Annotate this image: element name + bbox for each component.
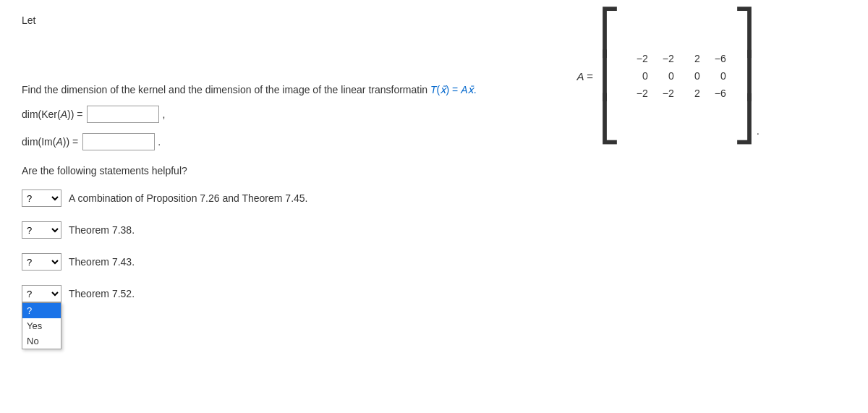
dropdown-option-no[interactable]: No <box>22 333 61 349</box>
matrix-a-label: A = <box>576 70 592 82</box>
matrix-bracket-right: ⎤⎥⎦ <box>733 11 755 141</box>
problem-text-prefix: Find the dimension of the kernel and the… <box>22 84 430 95</box>
statement-select-1[interactable]: ? Yes No <box>22 190 61 207</box>
matrix-cell: −2 <box>625 51 651 67</box>
matrix-cell: 2 <box>677 51 703 67</box>
statement-text-1: A combination of Proposition 7.26 and Th… <box>69 192 308 204</box>
dim-ker-comma: , <box>162 108 165 120</box>
statements-label: Are the following statements helpful? <box>22 165 846 176</box>
statements-section: Are the following statements helpful? ? … <box>22 165 846 302</box>
matrix-wrapper: ⎡⎢⎣ −2 −2 2 −6 0 0 0 0 −2 −2 2 −6 ⎤⎥⎦ <box>599 11 755 141</box>
dropdown-open-container: ? Yes No ? Yes No <box>22 285 69 302</box>
matrix-cell: 0 <box>651 68 677 84</box>
problem-transform: T(x̄) = Ax̄. <box>430 84 477 95</box>
dim-ker-label: dim(Ker(A)) = <box>22 108 82 120</box>
dim-im-period: . <box>158 136 161 148</box>
matrix-bracket-left: ⎡⎢⎣ <box>599 11 621 141</box>
statement-text-4: Theorem 7.52. <box>69 288 135 299</box>
matrix-cell: 0 <box>677 68 703 84</box>
statement-select-4[interactable]: ? Yes No <box>22 285 61 302</box>
statement-row-1: ? Yes No A combination of Proposition 7.… <box>22 190 846 207</box>
page-container: Let A = ⎡⎢⎣ −2 −2 2 −6 0 0 0 0 −2 −2 2 −… <box>0 0 868 331</box>
matrix-cell: 0 <box>703 68 729 84</box>
statement-row-2: ? Yes No Theorem 7.38. <box>22 221 846 239</box>
matrix-cell: −2 <box>651 51 677 67</box>
matrix-cell: 2 <box>677 85 703 101</box>
statement-select-2[interactable]: ? Yes No <box>22 221 61 239</box>
dropdown-menu-4: ? Yes No <box>22 302 61 349</box>
matrix-cell: −2 <box>625 85 651 101</box>
matrix-cell: −2 <box>651 85 677 101</box>
statement-text-3: Theorem 7.43. <box>69 256 135 268</box>
matrix-cell: −6 <box>703 51 729 67</box>
matrix-dot: . <box>757 124 760 137</box>
dim-im-input[interactable] <box>82 133 155 150</box>
dropdown-option-yes[interactable]: Yes <box>22 318 61 333</box>
matrix-section: A = ⎡⎢⎣ −2 −2 2 −6 0 0 0 0 −2 −2 2 −6 ⎤⎥… <box>576 11 760 141</box>
dim-ker-input[interactable] <box>87 106 159 123</box>
statement-text-2: Theorem 7.38. <box>69 224 135 236</box>
statement-select-3[interactable]: ? Yes No <box>22 253 61 271</box>
matrix-cell: −6 <box>703 85 729 101</box>
dim-im-label: dim(Im(A)) = <box>22 136 78 148</box>
statement-row-4: ? Yes No ? Yes No Theorem 7.52. <box>22 285 846 302</box>
matrix-grid: −2 −2 2 −6 0 0 0 0 −2 −2 2 −6 <box>621 48 733 104</box>
matrix-cell: 0 <box>625 68 651 84</box>
dropdown-option-question[interactable]: ? <box>22 303 61 318</box>
statement-row-3: ? Yes No Theorem 7.43. <box>22 253 846 271</box>
